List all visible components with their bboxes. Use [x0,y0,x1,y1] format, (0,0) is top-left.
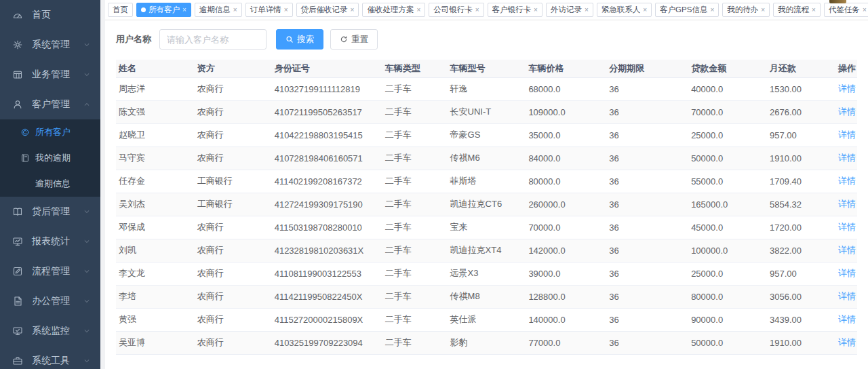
detail-link[interactable]: 详情 [838,83,856,94]
sidebar-item-system-tools[interactable]: 系统工具 [0,346,100,369]
tab-customer-gps[interactable]: 客户GPS信息× [655,3,719,17]
table-cell: 影豹 [448,331,526,354]
sidebar-item-overdue-info[interactable]: 逾期信息 [0,171,100,197]
detail-link[interactable]: 详情 [838,106,856,117]
search-button[interactable]: 搜索 [276,29,323,50]
tab-label: 紧急联系人 [601,5,641,15]
table-cell: 77000.0 [526,331,606,354]
column-header: 姓名 [116,60,195,77]
detail-link[interactable]: 详情 [838,176,856,186]
table-cell: 农商行 [195,308,272,331]
table-cell: 二手车 [382,100,448,123]
tab-customer-bank-card[interactable]: 客户银行卡× [488,3,542,17]
table-cell: 轩逸 [448,77,526,100]
tab-my-flow[interactable]: 我的流程× [773,3,821,17]
search-input[interactable] [159,29,267,50]
detail-link[interactable]: 详情 [838,199,856,209]
detail-link[interactable]: 详情 [838,291,856,301]
sidebar-scrollbar[interactable] [100,0,105,369]
close-icon[interactable]: × [416,7,420,14]
tab-my-todo[interactable]: 我的待办× [722,3,770,17]
table-cell: 农商行 [195,285,272,308]
detail-link[interactable]: 详情 [838,222,856,232]
tab-collection-records[interactable]: 贷后催收记录× [296,3,359,17]
table-cell: 周志洋 [116,77,195,100]
table-row: 李培农商行41142119950822450X二手车传祺M8128800.036… [116,285,857,308]
table-cell: 100000.0 [688,239,767,262]
toolbox-icon [12,355,23,366]
close-icon[interactable]: × [643,7,647,14]
table-cell: 3439.00 [767,308,823,331]
table-cell: 3056.00 [767,285,823,308]
table-cell: 36 [606,239,688,262]
close-icon[interactable]: × [585,7,589,14]
sidebar-item-system-monitor[interactable]: 系统监控 [0,316,100,346]
detail-link[interactable]: 详情 [838,268,856,278]
tab-emergency-contacts[interactable]: 紧急联系人× [597,3,652,17]
chart-monitor-icon [12,236,23,247]
table-cell: 1910.00 [767,331,823,354]
main-area: 首页所有客户×逾期信息×订单详情×贷后催收记录×催收处理方案×公司银行卡×客户银… [105,0,868,369]
table-cell: 二手车 [382,239,448,262]
sidebar-item-business-mgmt[interactable]: 业务管理 [0,60,100,90]
sidebar-item-my-overdue[interactable]: 我的逾期 [0,145,100,171]
content-panel: 用户名称 搜索 重置 [105,20,868,369]
tab-collection-plan[interactable]: 催收处理方案× [362,3,425,17]
close-icon[interactable]: × [863,7,867,14]
detail-link[interactable]: 详情 [838,245,856,255]
reset-button[interactable]: 重置 [330,29,378,50]
tab-label: 所有客户 [149,5,180,15]
sidebar-item-all-customers[interactable]: 所有客户 [0,119,100,145]
sidebar-item-report-stats[interactable]: 报表统计 [0,227,100,256]
table-cell: 50000.0 [688,147,767,170]
sidebar-item-postloan-mgmt[interactable]: 贷后管理 [0,197,100,227]
table-cell: 二手车 [382,216,448,239]
tab-label: 逾期信息 [199,5,231,15]
sidebar-item-label: 首页 [32,9,92,21]
detail-link[interactable]: 详情 [838,314,856,324]
tab-company-bank-card[interactable]: 公司银行卡× [429,3,484,17]
table-cell: 36 [606,308,688,331]
close-icon[interactable]: × [812,7,816,14]
table-cell-actions: 详情 [823,77,857,100]
active-dot [141,7,146,12]
table-cell: 农商行 [195,77,272,100]
close-icon[interactable]: × [534,7,538,14]
detail-link[interactable]: 详情 [838,130,856,140]
column-header: 车辆价格 [526,60,606,77]
close-icon[interactable]: × [182,7,186,14]
sidebar-item-office-mgmt[interactable]: 办公管理 [0,286,100,316]
table-cell-actions: 详情 [823,193,857,216]
tab-overdue-info[interactable]: 逾期信息× [195,3,242,17]
sidebar-item-label: 报表统计 [32,235,83,248]
table-cell: 50000.0 [688,331,767,354]
close-icon[interactable]: × [351,7,355,14]
detail-link[interactable]: 详情 [838,337,856,347]
detail-link[interactable]: 详情 [838,153,856,163]
monitor-check-icon [12,326,23,336]
sidebar-menu: 首页系统管理业务管理客户管理所有客户我的逾期逾期信息贷后管理报表统计流程管理办公… [0,0,100,369]
table-row: 吴刘杰工商银行412724199309175190二手车凯迪拉克CT626000… [116,193,857,216]
tab-visit-records[interactable]: 外访记录× [546,3,593,17]
close-icon[interactable]: × [761,7,765,14]
table-cell-actions: 详情 [823,170,857,193]
table-cell: 长安UNI-T [448,100,526,123]
table-cell: 赵晓卫 [116,123,195,147]
close-icon[interactable]: × [710,7,714,14]
sidebar-item-process-mgmt[interactable]: 流程管理 [0,256,100,286]
sidebar-item-system-mgmt[interactable]: 系统管理 [0,30,100,60]
table-cell: 农商行 [195,147,272,170]
tab-order-detail[interactable]: 订单详情× [245,3,293,17]
close-icon[interactable]: × [475,7,479,14]
tab-label: 我的待办 [727,5,758,15]
close-icon[interactable]: × [233,7,237,14]
tab-all-customers[interactable]: 所有客户× [136,3,191,17]
sidebar-item-customer-mgmt[interactable]: 客户管理 [0,90,100,119]
table-cell-actions: 详情 [823,123,857,147]
tab-sign-tasks[interactable]: 代签任务× [824,3,868,17]
tab-home[interactable]: 首页 [108,3,133,17]
table-cell-actions: 详情 [823,100,857,123]
sidebar-item-home[interactable]: 首页 [0,0,100,30]
close-icon[interactable]: × [284,7,288,14]
avatar[interactable] [829,0,846,3]
